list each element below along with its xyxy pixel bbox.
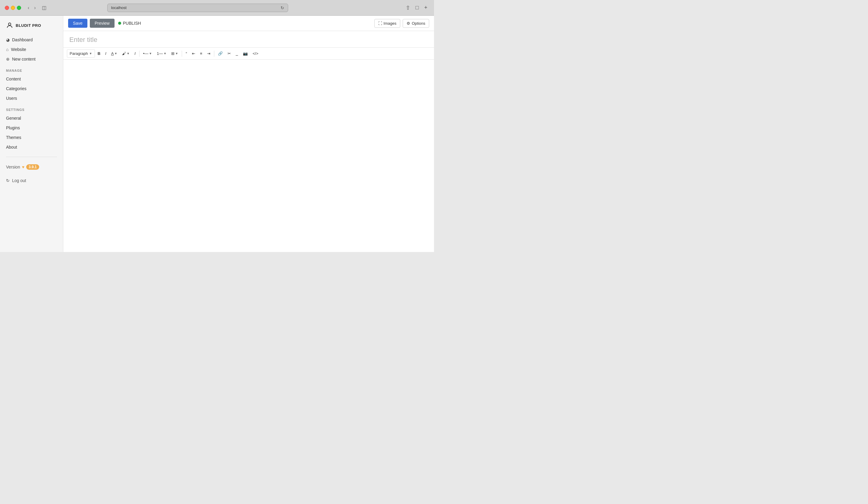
sidebar-item-dashboard[interactable]: ◕ Dashboard [0, 35, 63, 45]
minimize-button[interactable] [11, 6, 15, 10]
sidebar-item-general[interactable]: General [0, 113, 63, 123]
sidebar-item-themes[interactable]: Themes [0, 133, 63, 142]
ordered-list-icon: 1— [157, 51, 163, 56]
dashboard-icon: ◕ [6, 37, 10, 42]
editor-body[interactable] [63, 60, 434, 252]
logout-icon: ↻ [6, 178, 10, 183]
toolbar-separator-1 [139, 51, 140, 56]
table-button[interactable]: ⊞ ▼ [169, 50, 180, 57]
sidebar-item-themes-label: Themes [6, 135, 21, 140]
sidebar-item-general-label: General [6, 116, 21, 121]
svg-point-0 [8, 23, 11, 25]
link-button[interactable]: 🔗 [216, 50, 225, 57]
title-area [63, 31, 434, 48]
images-icon: ⛶ [378, 21, 382, 25]
font-color-chevron-icon: ▼ [114, 52, 117, 55]
image-button[interactable]: 📷 [241, 50, 250, 57]
sidebar-item-website[interactable]: ⌂ Website [0, 45, 63, 54]
sidebar-navigation: ◕ Dashboard ⌂ Website ⊕ New content MANA… [0, 35, 63, 246]
sidebar-item-plugins-label: Plugins [6, 125, 20, 130]
bullet-chevron-icon: ▼ [149, 52, 152, 55]
sidebar-item-categories-label: Categories [6, 86, 27, 91]
paragraph-label: Paragraph [70, 51, 88, 56]
code-button[interactable]: </> [250, 50, 260, 57]
align-left-button[interactable]: ⇤ [190, 50, 197, 57]
ordered-list-button[interactable]: 1— ▼ [155, 50, 168, 57]
sidebar: BLUDIT PRO ◕ Dashboard ⌂ Website ⊕ New c… [0, 16, 63, 252]
brand-name: BLUDIT PRO [16, 23, 41, 28]
sidebar-item-about-label: About [6, 145, 17, 150]
address-bar[interactable]: localhost ↻ [107, 3, 288, 12]
sidebar-divider [6, 157, 57, 157]
unlink-button[interactable]: ✂ [225, 50, 233, 57]
gear-icon: ⚙ [406, 21, 410, 25]
highlight-chevron-icon: ▼ [127, 52, 130, 55]
forward-button[interactable]: › [32, 4, 37, 11]
settings-section-label: SETTINGS [0, 103, 63, 113]
toolbar-right: ⛶ Images ⚙ Options [374, 19, 429, 28]
version-area: Version ♥ 3.9.1 [0, 162, 63, 172]
sidebar-item-users[interactable]: Users [0, 93, 63, 103]
bullet-list-button[interactable]: •— ▼ [141, 50, 154, 57]
bullet-list-icon: •— [143, 51, 148, 56]
publish-indicator: PUBLISH [118, 21, 141, 25]
editor-toolbar: Paragraph ▼ B I A ▼ 🖌 ▼ I •— ▼ 1— ▼ [63, 48, 434, 60]
sidebar-item-plugins[interactable]: Plugins [0, 123, 63, 133]
horizontal-rule-button[interactable]: ⎯ [234, 50, 240, 57]
url-text: localhost [111, 6, 127, 10]
sidebar-toggle-button[interactable]: ◫ [40, 4, 48, 11]
sidebar-item-content[interactable]: Content [0, 74, 63, 84]
split-view-button[interactable]: □ [414, 4, 421, 11]
sidebar-item-logout-label: Log out [12, 178, 26, 183]
sidebar-item-about[interactable]: About [0, 142, 63, 152]
close-button[interactable] [5, 6, 9, 10]
main-content: Save Preview PUBLISH ⛶ Images ⚙ Options [63, 16, 434, 252]
blockquote-button[interactable]: “ [184, 50, 189, 57]
preview-button[interactable]: Preview [90, 19, 114, 28]
brand-logo-icon [6, 22, 13, 29]
plus-circle-icon: ⊕ [6, 56, 10, 61]
sidebar-item-users-label: Users [6, 96, 17, 101]
new-tab-button[interactable]: + [422, 4, 429, 11]
top-toolbar: Save Preview PUBLISH ⛶ Images ⚙ Options [63, 16, 434, 31]
publish-status-dot [118, 22, 121, 25]
title-input[interactable] [69, 36, 428, 44]
options-label: Options [412, 21, 425, 25]
paragraph-select[interactable]: Paragraph ▼ [67, 50, 95, 58]
highlight-button[interactable]: 🖌 ▼ [120, 50, 132, 57]
sidebar-item-categories[interactable]: Categories [0, 84, 63, 93]
align-right-button[interactable]: ⇥ [205, 50, 213, 57]
save-button[interactable]: Save [68, 19, 87, 28]
browser-chrome: ‹ › ◫ localhost ↻ ⇧ □ + [0, 0, 434, 16]
highlight-icon: 🖌 [122, 51, 126, 56]
table-chevron-icon: ▼ [175, 52, 178, 55]
browser-actions: ⇧ □ + [404, 4, 429, 12]
paragraph-chevron-icon: ▼ [89, 52, 92, 55]
nav-buttons: ‹ › [26, 4, 38, 11]
maximize-button[interactable] [17, 6, 21, 10]
publish-label: PUBLISH [123, 21, 141, 25]
align-center-button[interactable]: ≡ [198, 50, 205, 57]
sidebar-item-new-content-label: New content [12, 56, 35, 61]
options-button[interactable]: ⚙ Options [403, 19, 429, 28]
bold-button[interactable]: B [95, 50, 103, 57]
toolbar-separator-3 [214, 51, 214, 56]
images-label: Images [384, 21, 397, 25]
sidebar-item-new-content[interactable]: ⊕ New content [0, 54, 63, 64]
version-badge: 3.9.1 [26, 164, 39, 170]
reload-button[interactable]: ↻ [281, 6, 284, 10]
sidebar-item-logout[interactable]: ↻ Log out [0, 175, 63, 187]
sidebar-item-website-label: Website [11, 47, 26, 52]
app-wrapper: BLUDIT PRO ◕ Dashboard ⌂ Website ⊕ New c… [0, 16, 434, 252]
italic2-button[interactable]: I [132, 50, 138, 57]
home-icon: ⌂ [6, 47, 8, 52]
italic-button[interactable]: I [103, 50, 108, 57]
images-button[interactable]: ⛶ Images [374, 19, 401, 28]
traffic-lights [5, 6, 21, 10]
brand: BLUDIT PRO [0, 22, 63, 35]
font-color-icon: A [111, 51, 114, 56]
share-button[interactable]: ⇧ [404, 4, 412, 12]
table-icon: ⊞ [171, 51, 175, 56]
back-button[interactable]: ‹ [26, 4, 31, 11]
font-color-button[interactable]: A ▼ [109, 50, 120, 57]
